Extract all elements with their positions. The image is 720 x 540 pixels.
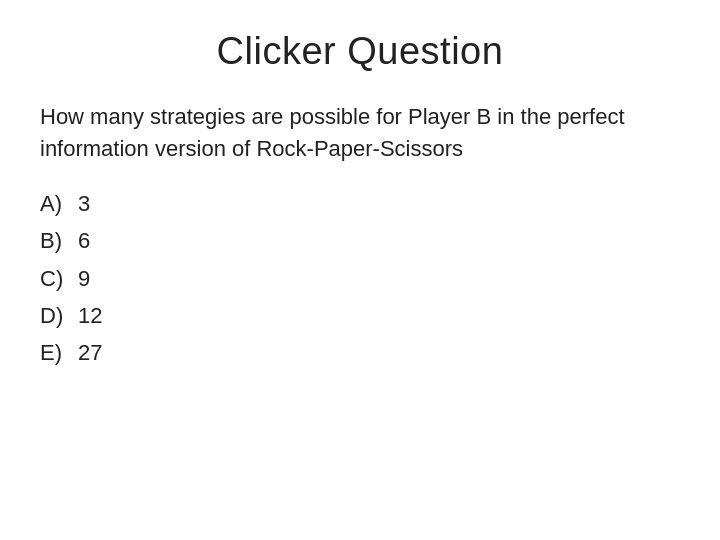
option-label: A) bbox=[40, 185, 70, 222]
list-item: B)6 bbox=[40, 222, 102, 259]
question-text: How many strategies are possible for Pla… bbox=[40, 101, 680, 165]
list-item: D)12 bbox=[40, 297, 102, 334]
option-label: C) bbox=[40, 260, 70, 297]
options-list: A)3B)6C)9D)12E)27 bbox=[40, 185, 102, 372]
option-value: 3 bbox=[78, 185, 90, 222]
title-container: Clicker Question bbox=[40, 30, 680, 73]
option-value: 9 bbox=[78, 260, 90, 297]
option-label: E) bbox=[40, 334, 70, 371]
option-value: 6 bbox=[78, 222, 90, 259]
list-item: E)27 bbox=[40, 334, 102, 371]
option-label: B) bbox=[40, 222, 70, 259]
option-value: 12 bbox=[78, 297, 102, 334]
page-title: Clicker Question bbox=[40, 30, 680, 73]
list-item: A)3 bbox=[40, 185, 102, 222]
option-value: 27 bbox=[78, 334, 102, 371]
option-label: D) bbox=[40, 297, 70, 334]
list-item: C)9 bbox=[40, 260, 102, 297]
